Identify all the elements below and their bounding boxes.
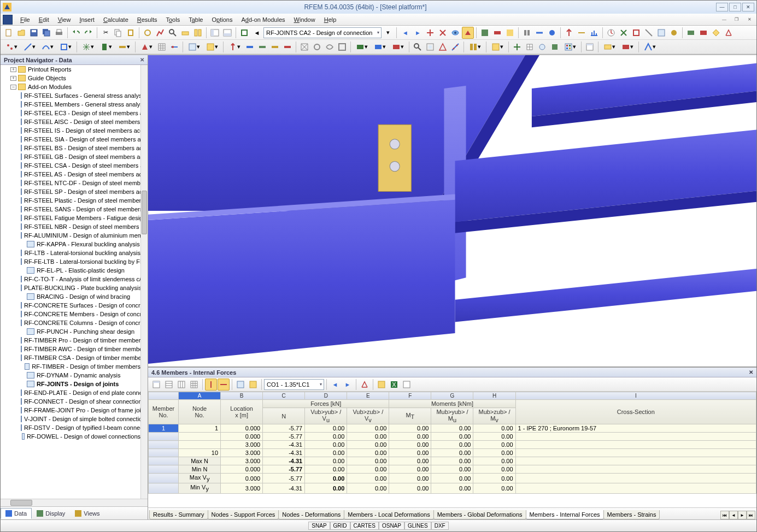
tb-k[interactable] [521, 27, 533, 39]
tb2-q[interactable] [281, 41, 294, 53]
panel-tab[interactable]: Members - Strains [603, 510, 660, 519]
tb2-ad[interactable]: ▾ [489, 41, 506, 53]
tb2-ah[interactable] [549, 41, 561, 53]
tb2-af[interactable] [524, 41, 536, 53]
tb2-k[interactable]: ▾ [185, 41, 203, 53]
mdi-close-button[interactable]: ✕ [744, 16, 754, 23]
tree-module-item[interactable]: RF-TIMBER CSA - Design of timber members… [1, 353, 140, 362]
show-results-button[interactable] [449, 27, 461, 39]
menu-calculate[interactable]: Calculate [99, 15, 133, 24]
tree-module-item[interactable]: RF-STEEL SP - Design of steel members ac… [1, 187, 140, 196]
tree-module-item[interactable]: RF-JOINTS - Design of joints [1, 380, 140, 388]
pt-f[interactable] [218, 379, 230, 391]
pt-k[interactable] [401, 379, 413, 391]
tb2-w[interactable]: ▾ [371, 41, 389, 53]
tree-module-item[interactable]: RF-STEEL BS - Design of steel members ac… [1, 144, 140, 152]
tree-node[interactable]: −Add-on Modules [1, 82, 140, 91]
status-cell[interactable]: GLINES [404, 522, 431, 530]
tb-u[interactable] [655, 27, 667, 39]
cut-button[interactable]: ✂ [99, 27, 112, 39]
pt-next[interactable]: ► [342, 379, 354, 391]
navigator-vscrollbar[interactable] [140, 65, 148, 499]
navigator-hscrollbar[interactable] [1, 499, 148, 506]
tree-module-item[interactable]: RF-STEEL GB - Design of steel members ac… [1, 152, 140, 161]
pt-excel[interactable]: X [388, 379, 400, 391]
menu-tools[interactable]: Tools [161, 15, 184, 24]
panel-tab[interactable]: Members - Global Deformations [433, 510, 526, 519]
tree-module-item[interactable]: RF-CONCRETE Members - Design of concrete… [1, 310, 140, 318]
navigator-tab-views[interactable]: Views [70, 508, 104, 519]
tb2-d[interactable]: ▾ [57, 41, 74, 53]
tb-d[interactable] [192, 27, 204, 39]
paste-button[interactable] [125, 27, 137, 39]
tb-l[interactable] [533, 27, 545, 39]
tree-module-item[interactable]: RF-STEEL Fatigue Members - Fatigue desig… [1, 214, 140, 222]
tree-module-item[interactable]: RF-TIMBER AWC - Design of timber members… [1, 345, 140, 353]
tb2-ai[interactable]: ▾ [561, 41, 579, 53]
mdi-minimize-button[interactable]: — [719, 16, 729, 23]
pt-g[interactable] [234, 379, 247, 391]
navigator-tab-data[interactable]: Data [1, 508, 32, 519]
pt-prev[interactable]: ◄ [329, 379, 341, 391]
tree-module-item[interactable]: RF-DSTV - Design of typified I-beam conn… [1, 423, 140, 432]
status-cell[interactable]: SNAP [308, 522, 330, 530]
open-button[interactable] [15, 27, 27, 39]
tb-m[interactable] [546, 27, 558, 39]
module-icon-button[interactable] [238, 27, 250, 39]
tb-c[interactable] [179, 27, 191, 39]
menu-options[interactable]: Options [207, 15, 237, 24]
minimize-button[interactable]: — [716, 3, 728, 11]
panel-toggle-button[interactable] [221, 27, 233, 39]
nav-toggle-button[interactable] [209, 27, 221, 39]
panel-tab[interactable]: Nodes - Support Forces [208, 510, 279, 519]
status-cell[interactable]: DXF [431, 522, 449, 530]
tab-nav-last[interactable]: ⏭ [747, 511, 755, 519]
tb2-ac[interactable]: ▾ [466, 41, 484, 53]
tb-b[interactable] [154, 27, 166, 39]
tb2-l[interactable]: ▾ [203, 41, 221, 53]
close-button[interactable]: ✕ [742, 3, 754, 11]
find-button[interactable] [167, 27, 179, 39]
tb2-g[interactable]: ▾ [115, 41, 133, 53]
prev-result-button[interactable]: ◄ [399, 27, 411, 39]
tb2-t[interactable] [324, 41, 336, 53]
tb2-ab[interactable] [449, 41, 461, 53]
tb-w[interactable] [685, 27, 697, 39]
3d-viewport[interactable] [148, 55, 756, 367]
tb-o[interactable] [576, 27, 588, 39]
pt-h[interactable] [247, 379, 259, 391]
undo-button[interactable] [70, 27, 82, 39]
tree-module-item[interactable]: RF-END-PLATE - Design of end plate conne… [1, 388, 140, 397]
tree-module-item[interactable]: RF-STEEL AISC - Design of steel members … [1, 117, 140, 126]
tb2-c[interactable]: ▾ [39, 41, 56, 53]
panel-tab[interactable]: Members - Internal Forces [526, 510, 604, 519]
tb-j[interactable] [504, 27, 516, 39]
tb-x[interactable] [697, 27, 709, 39]
tb-p[interactable] [588, 27, 600, 39]
pt-i[interactable] [359, 379, 371, 391]
tb2-ag[interactable] [536, 41, 548, 53]
tree-module-item[interactable]: RF-CONCRETE Surfaces - Design of concret… [1, 301, 140, 310]
results-table[interactable]: ABCDEFGHIMemberNo.NodeNo.Locationx [m]Fo… [148, 392, 756, 507]
tb2-h[interactable]: ▾ [138, 41, 155, 53]
tree-module-item[interactable]: RF-STEEL NTC-DF - Design of steel member… [1, 179, 140, 187]
tree-module-item[interactable]: V-JOINT - Design of simple bolted connec… [1, 415, 140, 423]
tree-node[interactable]: +Guide Objects [1, 74, 140, 82]
tb2-a[interactable]: ▾ [3, 41, 20, 53]
tb2-x[interactable]: ▾ [389, 41, 407, 53]
tree-module-item[interactable]: RF-STEEL Members - General stress analys… [1, 100, 140, 109]
tb-n[interactable] [563, 27, 575, 39]
tb2-al[interactable]: ▾ [619, 41, 636, 53]
tree-module-item[interactable]: PLATE-BUCKLING - Plate buckling analysis [1, 283, 140, 292]
tree-module-item[interactable]: RF-STEEL EC3 - Design of steel members a… [1, 109, 140, 117]
tb-r[interactable] [618, 27, 630, 39]
new-button[interactable] [3, 27, 15, 39]
tree-module-item[interactable]: RF-STEEL Surfaces - General stress analy… [1, 91, 140, 100]
tree-module-item[interactable]: RF-C-TO-T - Analysis of limit slendernes… [1, 275, 140, 283]
tb2-n[interactable] [244, 41, 256, 53]
tree-module-item[interactable]: RF-STEEL SANS - Design of steel members … [1, 205, 140, 214]
tb2-p[interactable] [269, 41, 281, 53]
tb-a[interactable] [142, 27, 154, 39]
tree-module-item[interactable]: RF-FRAME-JOINT Pro - Design of frame joi… [1, 406, 140, 415]
tab-nav-next[interactable]: ► [738, 511, 747, 519]
